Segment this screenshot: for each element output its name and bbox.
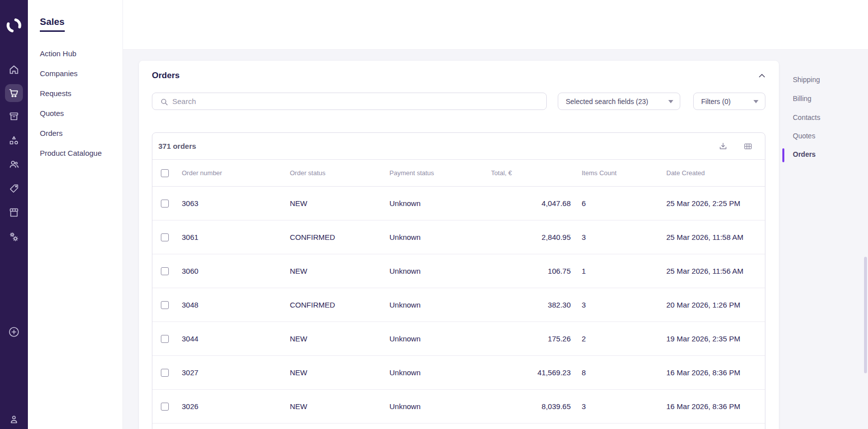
date-created: 25 Mar 2026, 11:56 AM xyxy=(665,267,765,275)
search-fields-dropdown[interactable]: Selected search fields (23) xyxy=(558,93,680,110)
order-number: 3027 xyxy=(177,368,287,377)
sidebar-item-product-catalogue[interactable]: Product Catalogue xyxy=(40,149,102,157)
row-checkbox[interactable] xyxy=(161,369,169,377)
orders-panel: Orders Selected search fields (23) Filte… xyxy=(139,61,779,429)
order-status: NEW xyxy=(287,334,386,343)
swoosh-logo-icon[interactable] xyxy=(4,15,24,35)
payment-status: Unknown xyxy=(386,301,476,309)
items-count: 3 xyxy=(571,233,665,241)
order-number: 3063 xyxy=(177,199,287,208)
search-box xyxy=(152,93,547,110)
table-row[interactable]: 3063 NEW Unknown 4,047.68 6 25 Mar 2026,… xyxy=(152,187,765,220)
order-status: NEW xyxy=(287,199,386,208)
table-row[interactable]: 3026 NEW Unknown 8,039.65 3 16 Mar 2026,… xyxy=(152,390,765,424)
sidebar-item-companies[interactable]: Companies xyxy=(40,69,78,78)
order-number: 3026 xyxy=(177,402,287,411)
table-row[interactable]: 3044 NEW Unknown 175.26 2 19 Mar 2026, 2… xyxy=(152,322,765,356)
order-number: 3061 xyxy=(177,233,287,241)
col-total: Total, € xyxy=(476,169,571,177)
module-title: Sales xyxy=(40,16,65,32)
filters-label: Filters (0) xyxy=(701,98,731,106)
chevron-up-icon[interactable] xyxy=(757,71,767,81)
download-icon[interactable] xyxy=(718,141,728,151)
row-checkbox[interactable] xyxy=(161,403,169,411)
select-all-checkbox[interactable] xyxy=(161,169,169,177)
order-number: 3048 xyxy=(177,301,287,309)
table-row[interactable]: 3048 CONFIRMED Unknown 382.30 3 20 Mar 2… xyxy=(152,288,765,322)
col-payment-status: Payment status xyxy=(386,169,476,177)
row-checkbox[interactable] xyxy=(161,200,169,208)
order-status: CONFIRMED xyxy=(287,233,386,241)
profile-icon[interactable] xyxy=(8,414,20,426)
payment-status: Unknown xyxy=(386,199,476,208)
tag-icon[interactable] xyxy=(8,183,20,195)
payment-status: Unknown xyxy=(386,402,476,411)
date-created: 20 Mar 2026, 1:26 PM xyxy=(665,301,765,309)
col-items-count: Items Count xyxy=(571,169,665,177)
col-order-number: Order number xyxy=(177,169,287,177)
section-nav-contacts[interactable]: Contacts xyxy=(793,113,820,121)
app-window: Sales Action Hub Companies Requests Quot… xyxy=(0,0,868,429)
payment-status: Unknown xyxy=(386,334,476,343)
active-section-indicator xyxy=(782,148,784,162)
row-checkbox[interactable] xyxy=(161,267,169,275)
plus-circle-icon[interactable] xyxy=(8,326,20,338)
col-order-status: Order status xyxy=(287,169,386,177)
order-total: 8,039.65 xyxy=(476,402,571,411)
table-row[interactable]: 3061 CONFIRMED Unknown 2,840.95 3 25 Mar… xyxy=(152,220,765,254)
orders-table: 371 orders Order number Orde xyxy=(152,132,765,429)
order-status: CONFIRMED xyxy=(287,301,386,309)
row-checkbox[interactable] xyxy=(161,301,169,309)
table-row[interactable]: 3060 NEW Unknown 106.75 1 25 Mar 2026, 1… xyxy=(152,254,765,288)
date-created: 25 Mar 2026, 2:25 PM xyxy=(665,199,765,208)
filters-dropdown[interactable]: Filters (0) xyxy=(693,93,765,110)
section-nav-billing[interactable]: Billing xyxy=(793,95,811,103)
section-nav-orders[interactable]: Orders xyxy=(793,150,816,158)
section-nav-shipping[interactable]: Shipping xyxy=(793,76,820,84)
grid-columns-icon[interactable] xyxy=(743,141,753,151)
table-header-row: Order number Order status Payment status… xyxy=(152,160,765,187)
order-total: 382.30 xyxy=(476,301,571,309)
home-icon[interactable] xyxy=(8,64,20,76)
module-sidebar: Sales Action Hub Companies Requests Quot… xyxy=(28,0,123,429)
date-created: 16 Mar 2026, 8:36 PM xyxy=(665,402,765,411)
caret-down-icon xyxy=(668,100,673,104)
sidebar-item-action-hub[interactable]: Action Hub xyxy=(40,49,76,58)
date-created: 16 Mar 2026, 8:36 PM xyxy=(665,368,765,377)
order-total: 106.75 xyxy=(476,267,571,275)
search-fields-label: Selected search fields (23) xyxy=(566,98,648,106)
people-icon[interactable] xyxy=(8,158,20,170)
row-checkbox[interactable] xyxy=(161,233,169,241)
shapes-icon[interactable] xyxy=(8,135,20,147)
items-count: 3 xyxy=(571,301,665,309)
order-total: 175.26 xyxy=(476,334,571,343)
section-nav-quotes[interactable]: Quotes xyxy=(793,132,815,140)
order-status: NEW xyxy=(287,368,386,377)
date-created: 19 Mar 2026, 2:35 PM xyxy=(665,334,765,343)
settings-gears-icon[interactable] xyxy=(8,231,20,243)
items-count: 3 xyxy=(571,402,665,411)
items-count: 6 xyxy=(571,199,665,208)
items-count: 2 xyxy=(571,334,665,343)
date-created: 25 Mar 2026, 11:58 AM xyxy=(665,233,765,241)
scrollbar-thumb[interactable] xyxy=(864,257,867,373)
order-number: 3060 xyxy=(177,267,287,275)
payment-status: Unknown xyxy=(386,267,476,275)
row-checkbox[interactable] xyxy=(161,335,169,343)
sidebar-item-requests[interactable]: Requests xyxy=(40,89,71,98)
search-icon xyxy=(159,97,169,107)
sidebar-item-orders[interactable]: Orders xyxy=(40,129,63,137)
payment-status: Unknown xyxy=(386,368,476,377)
store-icon[interactable] xyxy=(8,207,20,218)
top-bar xyxy=(123,0,868,50)
order-status: NEW xyxy=(287,402,386,411)
order-total: 2,840.95 xyxy=(476,233,571,241)
sidebar-item-quotes[interactable]: Quotes xyxy=(40,109,64,117)
box-icon[interactable] xyxy=(8,110,20,122)
table-row[interactable]: 3027 NEW Unknown 41,569.23 8 16 Mar 2026… xyxy=(152,356,765,390)
order-total: 4,047.68 xyxy=(476,199,571,208)
order-number: 3044 xyxy=(177,334,287,343)
app-icon-sidebar xyxy=(0,0,28,429)
cart-icon[interactable] xyxy=(8,87,20,99)
search-input[interactable] xyxy=(172,93,541,109)
